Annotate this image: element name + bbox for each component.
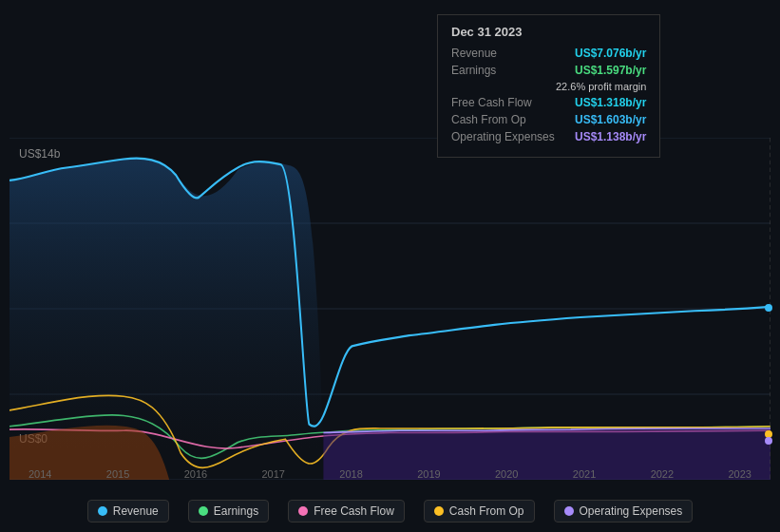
- x-tick-2014: 2014: [29, 468, 51, 480]
- opex-end-dot: [765, 437, 772, 445]
- chart-container: Dec 31 2023 Revenue US$7.076b/yr Earning…: [0, 0, 780, 532]
- x-tick-2023: 2023: [728, 468, 751, 480]
- x-tick-2019: 2019: [417, 468, 440, 480]
- tooltip-earnings-value: US$1.597b/yr: [575, 64, 646, 77]
- x-tick-2021: 2021: [573, 468, 596, 480]
- legend-opex-dot: [564, 506, 574, 516]
- tooltip-opex-row: Operating Expenses US$1.138b/yr: [451, 130, 646, 143]
- legend-earnings[interactable]: Earnings: [188, 500, 269, 522]
- legend-revenue-dot: [98, 506, 107, 516]
- legend-opex[interactable]: Operating Expenses: [554, 500, 694, 522]
- legend-earnings-dot: [199, 506, 208, 516]
- chart-legend: Revenue Earnings Free Cash Flow Cash Fro…: [0, 500, 780, 522]
- tooltip-opex-label: Operating Expenses: [451, 130, 556, 143]
- legend-earnings-label: Earnings: [214, 504, 258, 518]
- tooltip-fcf-row: Free Cash Flow US$1.318b/yr: [451, 96, 646, 109]
- legend-cash-from-op[interactable]: Cash From Op: [424, 500, 535, 522]
- chart-svg: [10, 138, 770, 480]
- tooltip-box: Dec 31 2023 Revenue US$7.076b/yr Earning…: [437, 14, 660, 158]
- tooltip-profit-margin: 22.6% profit margin: [556, 81, 646, 92]
- legend-fcf-label: Free Cash Flow: [314, 504, 394, 518]
- legend-cfo-dot: [434, 506, 444, 516]
- tooltip-revenue-row: Revenue US$7.076b/yr: [451, 47, 646, 60]
- x-tick-2022: 2022: [651, 468, 674, 480]
- x-tick-2017: 2017: [261, 468, 284, 480]
- tooltip-cfo-row: Cash From Op US$1.603b/yr: [451, 113, 646, 126]
- legend-fcf[interactable]: Free Cash Flow: [288, 500, 405, 522]
- tooltip-fcf-label: Free Cash Flow: [451, 96, 556, 109]
- chart-area: [10, 138, 770, 480]
- x-axis: 2014 2015 2016 2017 2018 2019 2020 2021 …: [10, 468, 770, 480]
- tooltip-fcf-value: US$1.318b/yr: [575, 96, 646, 109]
- legend-revenue[interactable]: Revenue: [87, 500, 169, 522]
- tooltip-cfo-label: Cash From Op: [451, 113, 556, 126]
- tooltip-cfo-value: US$1.603b/yr: [575, 113, 646, 126]
- legend-opex-label: Operating Expenses: [580, 504, 683, 518]
- tooltip-opex-value: US$1.138b/yr: [575, 130, 646, 143]
- x-tick-2020: 2020: [495, 468, 518, 480]
- tooltip-earnings-row: Earnings US$1.597b/yr: [451, 64, 646, 77]
- tooltip-date: Dec 31 2023: [451, 25, 646, 39]
- legend-cfo-label: Cash From Op: [449, 504, 524, 518]
- legend-revenue-label: Revenue: [113, 504, 159, 518]
- legend-fcf-dot: [298, 506, 308, 516]
- tooltip-revenue-label: Revenue: [451, 47, 556, 60]
- x-tick-2016: 2016: [184, 468, 207, 480]
- x-tick-2015: 2015: [106, 468, 129, 480]
- x-tick-2018: 2018: [339, 468, 362, 480]
- tooltip-revenue-value: US$7.076b/yr: [575, 47, 646, 60]
- tooltip-earnings-label: Earnings: [451, 64, 556, 77]
- revenue-end-dot: [765, 304, 772, 312]
